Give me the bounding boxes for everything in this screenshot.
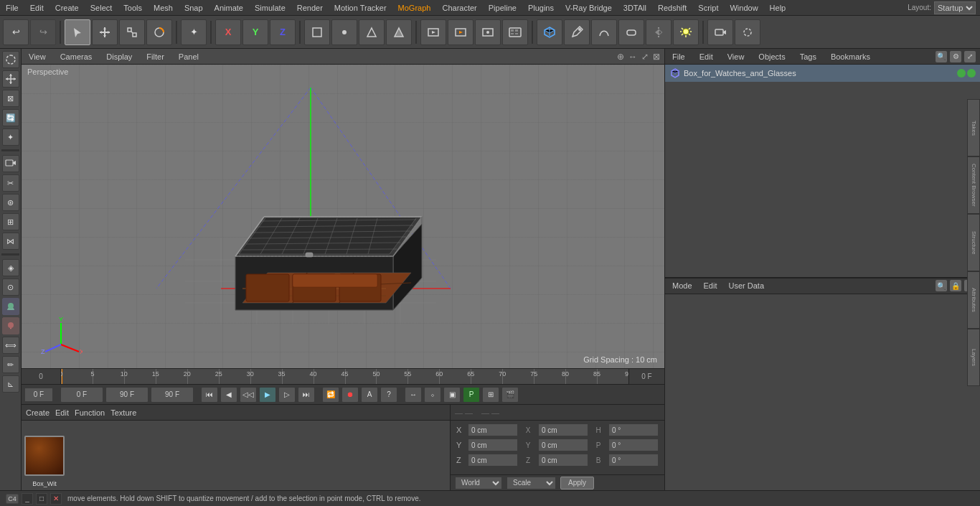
menu-render[interactable]: Render [291,2,329,14]
spline-btn[interactable] [591,19,617,45]
menu-animate[interactable]: Animate [209,2,249,14]
pos-key-btn[interactable]: P [463,387,480,403]
attr-menu-edit[interactable]: Edit [701,280,720,291]
scale-x-field[interactable] [538,423,588,436]
layout-dropdown[interactable]: Startup [934,1,976,14]
paint-btn[interactable] [2,317,19,334]
goto-start-btn[interactable]: ⏮ [201,387,218,403]
menu-file[interactable]: File [0,2,24,14]
preview-end2-field[interactable] [158,388,187,402]
auto-key-btn[interactable]: A [361,387,378,403]
mat-menu-function[interactable]: Function [75,408,105,417]
start-frame-input[interactable] [24,388,53,402]
viewport-icon-1[interactable]: ⊕ [617,52,624,62]
z-axis-btn[interactable]: Z [270,19,296,45]
om-menu-objects[interactable]: Objects [755,51,788,62]
preview-end2-input[interactable] [151,387,194,403]
vtab-layers[interactable]: Layers [967,329,980,386]
menu-help[interactable]: Help [764,2,792,14]
material-thumbnail[interactable] [24,436,65,476]
om-menu-view[interactable]: View [725,51,748,62]
viewport-menu-cameras[interactable]: Cameras [57,51,95,62]
om-settings-icon[interactable]: ⚙ [950,51,961,62]
scale-side-btn[interactable]: ⊠ [2,90,19,107]
deform-btn[interactable] [618,19,644,45]
weld-btn[interactable]: ⋈ [2,233,19,250]
menu-select[interactable]: Select [85,2,118,14]
menu-character[interactable]: Character [436,2,482,14]
visibility-dot-2[interactable] [967,69,976,78]
preview-end-field[interactable] [113,388,141,402]
light-btn[interactable] [673,19,699,45]
rot-p-field[interactable] [608,439,659,451]
scale-dropdown[interactable]: Scale Absolute [507,477,556,489]
transform-tool[interactable]: ✦ [181,19,207,45]
motion-key-btn[interactable]: ▣ [443,387,461,403]
goto-end-btn[interactable]: ⏭ [298,387,315,403]
om-menu-tags[interactable]: Tags [797,51,819,62]
vtab-attributes[interactable]: Attributes [967,271,980,329]
viewport-icon-2[interactable]: ↔ [628,52,637,62]
render-region-btn[interactable] [420,19,446,45]
timeline-ruler[interactable]: 051015202530354045505560657075808590 [61,369,628,384]
pos-x-field[interactable] [468,423,518,436]
render-view-btn[interactable] [448,19,473,45]
slide-btn[interactable]: ⟺ [2,337,19,354]
grid-play-btn[interactable]: ⊞ [482,387,499,403]
snap-side-btn[interactable]: ⊾ [2,375,19,393]
om-expand-icon[interactable]: ⤢ [964,51,976,62]
pos-y-field[interactable] [468,439,518,451]
sculpt-btn[interactable] [2,298,19,315]
play-reverse-btn[interactable]: ◁◁ [240,387,257,403]
live-selection-btn[interactable] [2,51,19,68]
transform-side-btn[interactable]: ✦ [2,128,19,146]
om-menu-file[interactable]: File [669,51,688,62]
move-btn[interactable] [2,70,19,88]
attr-search-icon[interactable]: 🔍 [936,280,947,291]
preview-start-input[interactable] [60,387,103,403]
om-search-icon[interactable]: 🔍 [936,51,947,62]
viewport-menu-filter[interactable]: Filter [143,51,166,62]
menu-redshift[interactable]: Redshift [652,2,692,14]
question-btn[interactable]: ? [380,387,397,403]
attr-lock-icon[interactable]: 🔒 [950,280,961,291]
scale-z-field[interactable] [538,454,588,467]
attr-menu-mode[interactable]: Mode [669,280,695,291]
poly-mode-btn[interactable] [386,19,412,45]
vtab-structure[interactable]: Structure [967,214,980,271]
vtab-takes[interactable]: Takes [967,99,980,156]
loop-cut-btn[interactable]: ⊙ [2,278,19,296]
menu-simulate[interactable]: Simulate [249,2,291,14]
next-frame-btn[interactable]: ▷ [278,387,296,403]
om-menu-bookmarks[interactable]: Bookmarks [828,51,873,62]
menu-script[interactable]: Script [692,2,724,14]
play-forward-btn[interactable]: ▶ [259,387,276,403]
mat-menu-texture[interactable]: Texture [110,408,136,417]
cube-primitive-btn[interactable] [537,19,562,45]
attr-menu-userdata[interactable]: User Data [726,280,768,291]
extrude-btn[interactable]: ⊛ [2,194,19,211]
null-btn[interactable] [735,19,760,45]
scale-y-field[interactable] [538,439,588,451]
loop-btn[interactable]: 🔁 [322,387,339,403]
preview-start-field[interactable] [67,388,96,402]
pos-z-field[interactable] [468,454,518,467]
rot-h-field[interactable] [608,423,659,436]
camera-btn[interactable] [707,19,733,45]
camera-side-btn[interactable] [2,155,19,172]
menu-tools[interactable]: Tools [118,2,148,14]
viewport-menu-panel[interactable]: Panel [176,51,202,62]
menu-window[interactable]: Window [724,2,763,14]
menu-pipeline[interactable]: Pipeline [483,2,522,14]
status-minimize[interactable]: _ [22,493,33,505]
status-close[interactable]: ✕ [50,493,62,505]
rotate-tool[interactable] [146,19,172,45]
prev-frame-btn[interactable]: ◀ [220,387,237,403]
mirror-btn[interactable] [646,19,672,45]
select-tool[interactable] [65,19,90,45]
viewport-icon-4[interactable]: ⊠ [653,52,660,62]
point-mode-btn[interactable] [331,19,357,45]
menu-motion-tracker[interactable]: Motion Tracker [329,2,392,14]
mat-menu-create[interactable]: Create [26,408,50,417]
om-menu-edit[interactable]: Edit [697,51,716,62]
